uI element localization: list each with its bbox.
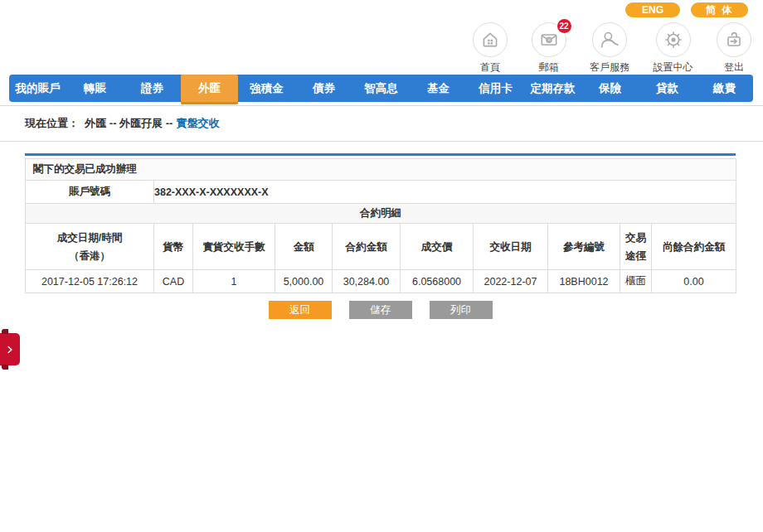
- cell-delivery-lots: 1: [193, 270, 275, 293]
- account-number-value: 382-XXX-X-XXXXXXX-X: [154, 181, 736, 204]
- col-settlement-date: 交收日期: [474, 224, 548, 270]
- toolbar-logout-label: 登出: [724, 60, 744, 75]
- logout-icon: [717, 22, 751, 57]
- table-header-row: 成交日期/時間（香港） 貨幣 實貨交收手數 金額 合約金額 成交價 交收日期 參…: [26, 224, 736, 270]
- nav-tab-securities[interactable]: 證券: [124, 75, 181, 102]
- nav-tab-bonds[interactable]: 債券: [295, 75, 352, 102]
- save-button[interactable]: 儲存: [349, 301, 412, 319]
- content-top-accent: [25, 153, 736, 156]
- content-area: 閣下的交易已成功辦理 賬戶號碼 382-XXX-X-XXXXXXX-X 合約明細…: [25, 153, 736, 319]
- breadcrumb: 現在位置： 外匯 -- 外匯孖展 -- 實盤交收: [0, 106, 763, 142]
- col-amount: 金額: [275, 224, 333, 270]
- back-button[interactable]: 返回: [269, 301, 332, 319]
- lang-simplified-button[interactable]: 简 体: [691, 2, 748, 17]
- nav-tab-credit-card[interactable]: 信用卡: [467, 75, 524, 102]
- nav-tab-forex[interactable]: 外匯: [181, 75, 238, 102]
- col-remaining-contract-amount: 尚餘合約金額: [652, 224, 736, 270]
- table-row: 2017-12-05 17:26:12 CAD 1 5,000.00 30,28…: [26, 270, 736, 293]
- nav-tab-my-accounts[interactable]: 我的賬戶: [9, 75, 66, 102]
- col-reference-no: 參考編號: [548, 224, 620, 270]
- nav-tab-smart-interest[interactable]: 智高息: [352, 75, 410, 102]
- toolbar-customer-service-label: 客戶服務: [590, 60, 629, 75]
- chevron-right-icon: [4, 344, 16, 355]
- breadcrumb-current[interactable]: 實盤交收: [176, 116, 219, 131]
- nav-tab-time-deposit[interactable]: 定期存款: [524, 75, 581, 102]
- success-message: 閣下的交易已成功辦理: [26, 159, 736, 181]
- col-trade-datetime: 成交日期/時間（香港）: [26, 224, 154, 270]
- col-currency: 貨幣: [154, 224, 193, 270]
- toolbar-home-label: 首頁: [480, 60, 500, 75]
- header-toolbar: 首頁 22 郵箱: [473, 22, 751, 75]
- cell-trade-datetime: 2017-12-05 17:26:12: [26, 270, 154, 293]
- toolbar-customer-service[interactable]: 客戶服務: [590, 22, 629, 75]
- customer-service-icon: [592, 22, 627, 57]
- col-contract-amount: 合約金額: [333, 224, 401, 270]
- main-nav: 我的賬戶 轉賬 證券 外匯 強積金 債券 智高息 基金 信用卡 定期存款 保險 …: [9, 75, 753, 102]
- col-channel: 交易途徑: [620, 224, 652, 270]
- cell-contract-amount: 30,284.00: [333, 270, 401, 293]
- nav-tab-transfer[interactable]: 轉賬: [66, 75, 124, 102]
- cell-channel: 櫃面: [620, 270, 652, 293]
- transaction-table: 閣下的交易已成功辦理 賬戶號碼 382-XXX-X-XXXXXXX-X 合約明細…: [25, 158, 736, 293]
- toolbar-mail-label: 郵箱: [539, 60, 559, 75]
- mail-unread-badge: 22: [557, 19, 571, 33]
- settings-icon: [656, 22, 691, 57]
- lang-eng-button[interactable]: ENG: [625, 2, 680, 17]
- nav-tab-loans[interactable]: 貸款: [639, 75, 696, 102]
- nav-tab-mpf[interactable]: 強積金: [238, 75, 295, 102]
- side-panel-toggle[interactable]: [0, 333, 20, 365]
- home-icon: [473, 22, 508, 57]
- cell-currency: CAD: [154, 270, 193, 293]
- nav-tab-insurance[interactable]: 保險: [581, 75, 639, 102]
- toolbar-mail[interactable]: 22 郵箱: [532, 22, 566, 75]
- page: ENG 简 体 首頁: [0, 0, 763, 532]
- breadcrumb-prefix: 現在位置：: [25, 116, 79, 131]
- cell-remaining-contract-amount: 0.00: [652, 270, 736, 293]
- mail-icon: 22: [532, 22, 566, 57]
- toolbar-settings[interactable]: 設置中心: [654, 22, 693, 75]
- cell-settlement-date: 2022-12-07: [474, 270, 548, 293]
- action-buttons: 返回 儲存 列印: [25, 301, 736, 319]
- cell-deal-price: 6.0568000: [401, 270, 474, 293]
- contract-details-title: 合約明細: [26, 204, 736, 224]
- toolbar-logout[interactable]: 登出: [717, 22, 751, 75]
- nav-tab-funds[interactable]: 基金: [410, 75, 467, 102]
- toolbar-settings-label: 設置中心: [654, 60, 693, 75]
- cell-amount: 5,000.00: [275, 270, 333, 293]
- account-number-label: 賬戶號碼: [26, 181, 154, 204]
- col-deal-price: 成交價: [401, 224, 474, 270]
- breadcrumb-path: 外匯 -- 外匯孖展 --: [85, 116, 173, 131]
- col-delivery-lots: 實貨交收手數: [193, 224, 275, 270]
- toolbar-home[interactable]: 首頁: [473, 22, 508, 75]
- nav-tab-bill-payment[interactable]: 繳費: [696, 75, 753, 102]
- cell-reference-no: 18BH0012: [548, 270, 620, 293]
- print-button[interactable]: 列印: [430, 301, 493, 319]
